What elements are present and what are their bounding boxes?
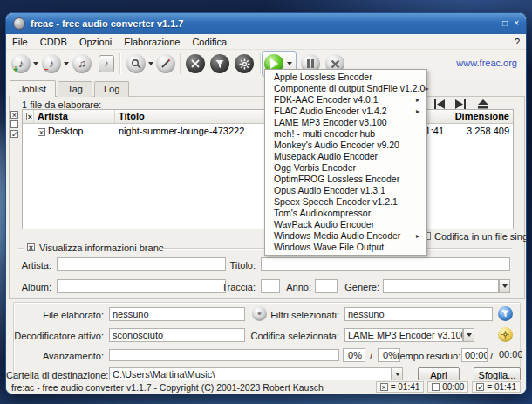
genre-dropdown-button[interactable] <box>499 279 510 293</box>
filters-label: Filtri selezionati: <box>242 310 339 320</box>
encoder-settings-icon[interactable] <box>235 54 254 73</box>
row-size: 3.258.409 <box>447 126 513 136</box>
menu-opzioni[interactable]: Opzioni <box>79 37 112 47</box>
menu-item-encoder[interactable]: Ogg Vorbis Encoder <box>265 162 426 174</box>
rip-cd-icon[interactable]: ♫ <box>72 54 92 73</box>
title-label: Titolo: <box>224 260 256 270</box>
row-checkbox[interactable]: × <box>38 128 45 136</box>
current-file-value: nessuno <box>109 307 245 321</box>
menu-help[interactable]: ? <box>515 37 520 47</box>
menu-item-encoder[interactable]: Monkey's Audio Encoder v9.20 <box>265 140 426 151</box>
menu-item-encoder[interactable]: FLAC Audio Encoder v1.4.2▸ <box>265 106 426 117</box>
menu-item-encoder[interactable]: Musepack Audio Encoder <box>265 151 426 162</box>
column-artist[interactable]: Artista <box>34 110 115 123</box>
select-all-checkbox[interactable]: × <box>10 111 18 119</box>
progress-slash: / <box>370 351 372 361</box>
menu-item-encoder[interactable]: meh! - multi encoder hub <box>265 128 426 140</box>
single-file-label: Codifica in un file singolo <box>434 231 527 242</box>
menu-item-encoder[interactable]: Windows Wave File Output <box>265 242 426 253</box>
menu-cddb[interactable]: CDDB <box>40 37 67 47</box>
encoder-popup-menu: Apple Lossless Encoder Componente di out… <box>264 69 427 256</box>
submenu-arrow-icon: ▸ <box>416 106 419 117</box>
column-size[interactable]: Dimensione <box>447 110 513 123</box>
toggle-selection-checkbox[interactable]: ✓ <box>10 130 18 138</box>
status-selected-time: × = 01:41 <box>376 381 425 393</box>
title-field[interactable] <box>261 257 510 271</box>
title-bar[interactable]: freac - free audio converter v1.1.7 – □ … <box>6 13 526 34</box>
toolbar-separator <box>119 53 121 74</box>
submenu-arrow-icon: ▸ <box>425 83 428 94</box>
freac-website-link[interactable]: www.freac.org <box>456 58 517 68</box>
menu-item-encoder[interactable]: Tom's Audiokompressor <box>265 208 426 219</box>
encoder-config-icon[interactable] <box>498 327 513 342</box>
cddb-submit-icon[interactable] <box>156 54 175 73</box>
column-check[interactable]: × <box>23 110 34 123</box>
menu-item-encoder[interactable]: WavPack Audio Encoder <box>265 219 426 230</box>
toolbar-separator <box>180 53 181 74</box>
show-track-info-checkbox[interactable]: × <box>27 243 35 251</box>
checked-x-icon: × <box>380 383 388 391</box>
selected-encoder-label: Codifica selezionata: <box>242 331 339 341</box>
menu-item-encoder[interactable]: Speex Speech Encoder v1.2.1 <box>265 196 426 208</box>
unchecked-icon <box>432 383 440 391</box>
close-button[interactable]: × <box>514 19 519 28</box>
status-unselected-time: 00:00 <box>427 381 468 393</box>
group-divider <box>18 248 24 250</box>
menu-item-encoder[interactable]: FDK-AAC Encoder v4.0.1▸ <box>265 94 426 106</box>
menu-bar: File CDDB Opzioni Elaborazione Codifica … <box>6 34 526 50</box>
checkmark-icon: ✓ <box>476 383 484 391</box>
encoder-dropdown-button[interactable] <box>463 328 474 342</box>
add-tracks-dropdown[interactable] <box>33 62 38 65</box>
time-total-value: 00:00 <box>496 348 522 362</box>
start-conversion-dropdown[interactable] <box>287 62 292 65</box>
minimize-button[interactable]: – <box>492 19 497 28</box>
menu-item-encoder[interactable]: LAME MP3 Encoder v3.100 <box>265 117 426 128</box>
progress-bar <box>109 349 339 361</box>
tab-tag[interactable]: Tag <box>58 81 92 97</box>
app-icon <box>13 17 25 30</box>
tab-log[interactable]: Log <box>94 81 129 97</box>
track-info-section-label: Visualizza informazioni brano <box>39 243 164 253</box>
album-field[interactable] <box>57 279 226 293</box>
remove-tracks-icon[interactable]: ♪− <box>42 54 61 73</box>
filter-settings-icon[interactable] <box>210 54 229 73</box>
selected-encoder-value[interactable]: LAME MP3 Encoder v3.100 <box>344 328 463 342</box>
tab-joblist[interactable]: Joblist <box>10 80 56 97</box>
year-field[interactable] <box>315 279 338 293</box>
track-label: Traccia: <box>217 282 256 292</box>
album-label: Album: <box>6 282 51 292</box>
save-joblist-icon[interactable]: ♪ <box>99 55 114 72</box>
menu-item-encoder[interactable]: OptimFROG Lossless Encoder <box>265 174 426 185</box>
add-tracks-icon[interactable]: ♪+ <box>11 54 31 73</box>
remove-tracks-dropdown[interactable] <box>64 62 69 65</box>
menu-file[interactable]: File <box>12 37 28 47</box>
filters-value: nessuno <box>344 307 493 321</box>
app-window: freac - free audio converter v1.1.7 – □ … <box>5 12 527 394</box>
cddb-query-dropdown[interactable] <box>148 62 153 65</box>
time-slash: / <box>490 351 493 361</box>
progress-pct-value: 0% <box>343 348 365 362</box>
row-artist: Desktop <box>48 126 83 136</box>
header-check-icon[interactable]: × <box>26 113 34 120</box>
maximize-button[interactable]: □ <box>502 19 508 28</box>
select-none-checkbox[interactable] <box>10 120 18 128</box>
genre-field[interactable] <box>383 279 499 293</box>
active-decoder-value: sconosciuto <box>109 328 245 342</box>
menu-item-encoder[interactable]: Componente di output SndFile v1.2.0▸ <box>265 83 426 94</box>
status-total-time: ✓ = 01:41 <box>472 381 521 393</box>
submenu-arrow-icon: ▸ <box>416 94 419 106</box>
menu-item-encoder[interactable]: Opus Audio Encoder v1.3.1 <box>265 185 426 196</box>
menu-elaborazione[interactable]: Elaborazione <box>124 37 180 47</box>
artist-label: Artista: <box>6 260 51 270</box>
filters-info-icon[interactable] <box>498 306 513 321</box>
menu-item-encoder[interactable]: Windows Media Audio Encoder▸ <box>265 230 426 242</box>
artist-field[interactable] <box>57 257 226 271</box>
status-text: fre:ac - free audio converter v1.1.7 - C… <box>11 382 324 393</box>
menu-codifica[interactable]: Codifica <box>192 37 227 47</box>
cddb-query-icon[interactable] <box>126 54 146 73</box>
track-field[interactable] <box>261 279 280 293</box>
general-settings-icon[interactable] <box>186 54 205 73</box>
menu-item-encoder[interactable]: Apple Lossless Encoder <box>265 72 426 83</box>
genre-label: Genere: <box>343 282 379 292</box>
submenu-arrow-icon: ▸ <box>416 230 419 242</box>
